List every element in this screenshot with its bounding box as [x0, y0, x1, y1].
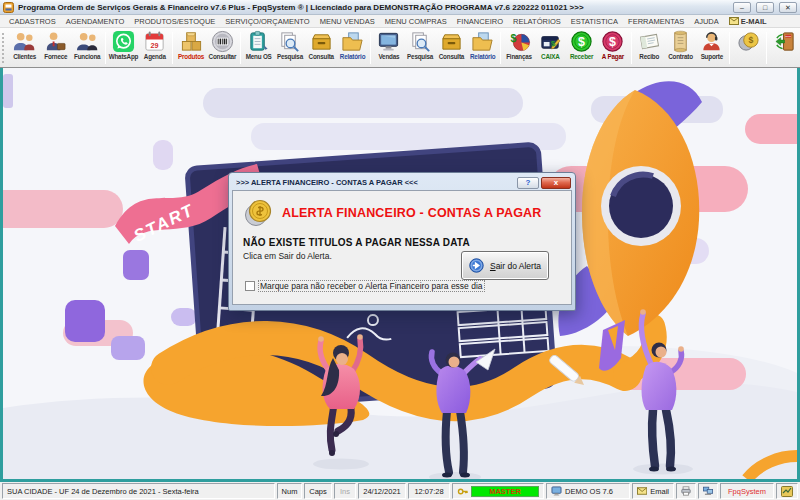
dialog-close-button[interactable]: x — [541, 177, 571, 189]
toolbar-separator — [631, 32, 632, 64]
dialog-help-button[interactable]: ? — [517, 177, 539, 189]
report-folder-icon — [471, 30, 494, 53]
vendas-button[interactable]: Vendas — [373, 29, 404, 67]
minimize-button[interactable]: – — [733, 2, 751, 13]
status-location: SUA CIDADE - UF 24 de Dezembro de 2021 -… — [2, 483, 275, 499]
relatorio-os-button[interactable]: Relatório — [337, 29, 368, 67]
maximize-button[interactable]: □ — [756, 2, 774, 13]
green-coin-icon: $ — [570, 30, 593, 53]
app-icon — [3, 2, 14, 13]
svg-text:EXIT: EXIT — [785, 35, 791, 38]
funcionarios-button[interactable]: Funciona — [72, 29, 103, 67]
status-app-badge — [776, 483, 798, 499]
monitor-icon — [377, 30, 400, 53]
produtos-button[interactable]: Produtos — [175, 29, 206, 67]
toolbar-separator — [240, 32, 241, 64]
file-drawer-icon — [310, 30, 333, 53]
search-docs-icon — [409, 30, 432, 53]
financas-button[interactable]: $ Finanças — [503, 29, 534, 67]
toolbar: Clientes Fornece Funciona WhatsApp 29 Ag… — [0, 28, 800, 68]
clientes-button[interactable]: Clientes — [9, 29, 40, 67]
menu-servico-orcamento[interactable]: SERVIÇO/ORÇAMENTO — [220, 17, 314, 26]
status-printer[interactable] — [676, 483, 696, 499]
arrow-right-icon — [469, 258, 484, 273]
clients-icon — [13, 30, 36, 53]
toolbar-separator — [105, 32, 106, 64]
menu-estatistica[interactable]: ESTATISTICA — [566, 17, 623, 26]
window-titlebar: Programa Ordem de Serviços Gerais & Fina… — [0, 0, 800, 15]
dialog-message: NÃO EXISTE TITULOS A PAGAR NESSA DATA — [243, 237, 561, 248]
receipt-icon — [638, 30, 661, 53]
toolbar-grip — [2, 33, 7, 63]
menu-vendas[interactable]: MENU VENDAS — [315, 17, 380, 26]
toolbar-separator — [172, 32, 173, 64]
status-num: Num — [277, 483, 302, 499]
exit-door-icon: EXIT — [773, 30, 796, 53]
main-workspace: START — [0, 68, 800, 482]
menu-agendamento[interactable]: AGENDAMENTO — [61, 17, 130, 26]
menu-bar: CADASTROS AGENDAMENTO PRODUTOS/ESTOQUE S… — [0, 15, 800, 28]
status-network[interactable] — [698, 483, 718, 499]
menu-ajuda[interactable]: AJUDA — [689, 17, 724, 26]
dialog-titlebar: >>> ALERTA FINANCEIRO - CONTAS A PAGAR <… — [232, 175, 572, 190]
search-docs-icon — [278, 30, 301, 53]
svg-text:$: $ — [578, 35, 585, 49]
clipboard-icon — [247, 30, 270, 53]
status-ins: Ins — [334, 483, 356, 499]
status-bar: SUA CIDADE - UF 24 de Dezembro de 2021 -… — [0, 482, 800, 500]
consultar-produtos-button[interactable]: Consultar — [207, 29, 238, 67]
sair-do-alerta-button[interactable]: Sair do Alerta — [461, 251, 549, 280]
pesquisa-os-button[interactable]: Pesquisa — [274, 29, 305, 67]
contrato-button[interactable]: Contrato — [665, 29, 696, 67]
menu-ferramentas[interactable]: FERRAMENTAS — [623, 17, 689, 26]
products-boxes-icon — [180, 30, 203, 53]
file-drawer-icon — [440, 30, 463, 53]
receber-button[interactable]: $ Receber — [566, 29, 597, 67]
caixa-button[interactable]: $ CAIXA — [535, 29, 566, 67]
toolbar-separator — [729, 32, 730, 64]
dialog-heading: ALERTA FINANCEIRO - CONTAS A PAGAR — [282, 206, 542, 220]
pesquisa-vendas-button[interactable]: Pesquisa — [405, 29, 436, 67]
status-user: MASTER — [452, 483, 544, 499]
suporte-button[interactable]: Suporte — [696, 29, 727, 67]
dialog-body: ALERTA FINANCEIRO - CONTAS A PAGAR NÃO E… — [232, 190, 572, 305]
app-window: Programa Ordem de Serviços Gerais & Fina… — [0, 0, 800, 500]
status-date: 24/12/2021 — [358, 483, 406, 499]
fornecedores-button[interactable]: Fornece — [40, 29, 71, 67]
whatsapp-button[interactable]: WhatsApp — [108, 29, 139, 67]
svg-text:$: $ — [551, 39, 556, 48]
agenda-button[interactable]: 29 Agenda — [139, 29, 170, 67]
consulta-os-button[interactable]: Consulta — [306, 29, 337, 67]
barcode-icon — [211, 30, 234, 53]
no-alert-checkbox[interactable] — [245, 281, 255, 291]
printer-icon — [681, 486, 691, 496]
window-title: Programa Ordem de Serviços Gerais & Fina… — [18, 3, 728, 12]
menu-cadastros[interactable]: CADASTROS — [4, 17, 61, 26]
consulta-vendas-button[interactable]: Consulta — [436, 29, 467, 67]
envelope-icon — [637, 487, 647, 495]
toolbar-separator — [766, 32, 767, 64]
moedas-button[interactable]: $ — [732, 29, 763, 67]
status-brand: FpqSystem — [720, 483, 774, 499]
relatorio-vendas-button[interactable]: Relatório — [467, 29, 498, 67]
key-icon — [457, 486, 468, 497]
no-alert-checkbox-row[interactable]: Marque para não receber o Alerta Finance… — [245, 281, 484, 291]
menu-produtos-estoque[interactable]: PRODUTOS/ESTOQUE — [129, 17, 220, 26]
gold-coin-icon — [243, 198, 273, 228]
menu-email[interactable]: E-MAIL — [724, 17, 772, 26]
status-time: 12:07:28 — [408, 483, 450, 499]
svg-text:$: $ — [510, 32, 516, 44]
support-icon — [700, 30, 723, 53]
a-pagar-button[interactable]: $ A Pagar — [597, 29, 628, 67]
sair-sistema-button[interactable]: EXIT — [769, 29, 800, 67]
whatsapp-icon — [112, 30, 135, 53]
close-button[interactable]: ✕ — [779, 2, 797, 13]
recibo-button[interactable]: Recibo — [634, 29, 665, 67]
envelope-icon — [729, 17, 739, 25]
menu-os-button[interactable]: Menu OS — [243, 29, 274, 67]
menu-compras[interactable]: MENU COMPRAS — [380, 17, 452, 26]
status-email[interactable]: Email — [632, 483, 674, 499]
calendar-icon: 29 — [143, 30, 166, 53]
menu-relatorios[interactable]: RELATÓRIOS — [508, 17, 566, 26]
menu-financeiro[interactable]: FINANCEIRO — [452, 17, 508, 26]
